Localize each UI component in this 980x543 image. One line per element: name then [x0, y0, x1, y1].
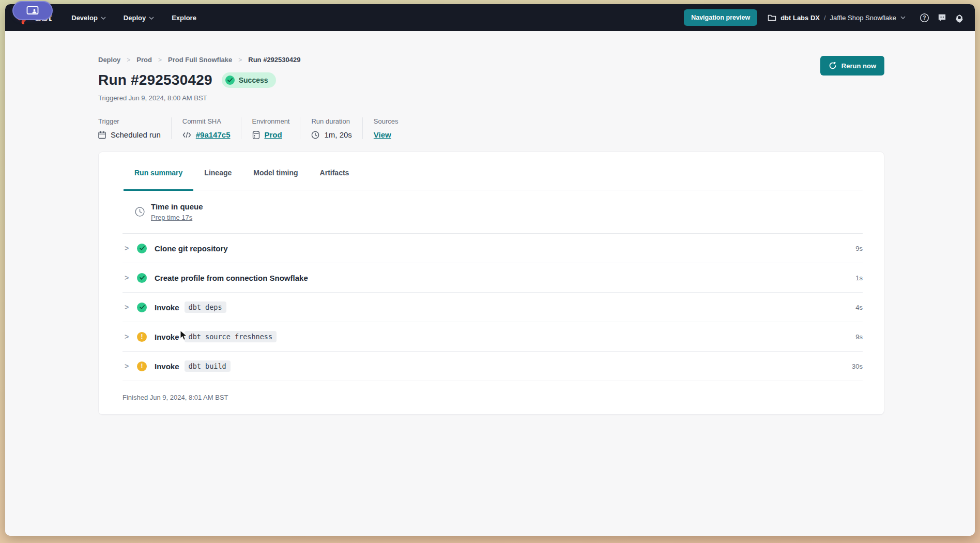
- breadcrumb-separator: >: [238, 56, 242, 64]
- run-tabs: Run summary Lineage Model timing Artifac…: [122, 152, 863, 190]
- nav-develop[interactable]: Develop: [71, 14, 106, 22]
- account-project-switcher[interactable]: dbt Labs DX / Jaffle Shop Snowflake: [768, 14, 906, 22]
- step-row-create-profile[interactable]: > Create profile from connection Snowfla…: [122, 263, 863, 293]
- step-row-clone-git[interactable]: > Clone git repository 9s: [122, 234, 863, 263]
- tab-run-summary[interactable]: Run summary: [124, 169, 193, 191]
- chevron-right-icon[interactable]: >: [125, 362, 137, 370]
- screen-share-indicator[interactable]: [12, 1, 53, 20]
- main-area: Deploy > Prod > Prod Full Snowflake > Ru…: [5, 31, 975, 536]
- meta-label: Run duration: [311, 117, 351, 125]
- rerun-now-button[interactable]: Rerun now: [820, 56, 884, 76]
- step-label: Create profile from connection Snowflake: [155, 274, 308, 282]
- step-duration: 1s: [855, 274, 863, 282]
- warning-icon: !: [137, 361, 147, 371]
- breadcrumb-deploy[interactable]: Deploy: [98, 56, 120, 64]
- account-name: dbt Labs DX: [780, 14, 820, 22]
- nav-deploy-label: Deploy: [124, 14, 146, 22]
- success-check-icon: [137, 244, 147, 253]
- meta-sources: Sources View: [374, 117, 409, 139]
- navigation-preview-button[interactable]: Navigation preview: [684, 9, 757, 26]
- run-summary-card: Run summary Lineage Model timing Artifac…: [98, 152, 884, 415]
- step-row-dbt-deps[interactable]: > Invoke dbt deps 4s: [122, 293, 863, 322]
- tab-artifacts[interactable]: Artifacts: [309, 169, 360, 191]
- page-title: Run #292530429: [98, 72, 212, 88]
- breadcrumb: Deploy > Prod > Prod Full Snowflake > Ru…: [98, 31, 884, 64]
- step-label: Invoke: [155, 303, 179, 312]
- gear-icon[interactable]: [954, 12, 964, 23]
- environment-link[interactable]: Prod: [265, 130, 282, 139]
- app-window: dbt Develop Deploy Explore Navigation pr…: [5, 4, 975, 536]
- navbar-right: Navigation preview dbt Labs DX / Jaffle …: [684, 9, 964, 26]
- triggered-timestamp: Triggered Jun 9, 2024, 8:00 AM BST: [98, 94, 884, 102]
- success-check-icon: [137, 303, 147, 312]
- chevron-down-icon: [149, 17, 154, 20]
- step-duration: 30s: [852, 363, 863, 370]
- meta-label: Trigger: [98, 117, 161, 125]
- step-command: dbt build: [185, 360, 231, 372]
- breadcrumb-job[interactable]: Prod Full Snowflake: [168, 56, 232, 64]
- code-icon: [182, 132, 191, 138]
- nav-develop-label: Develop: [71, 14, 98, 22]
- meta-run-duration: Run duration 1m, 20s: [311, 117, 362, 139]
- meta-label: Environment: [252, 117, 290, 125]
- meta-environment: Environment Prod: [252, 117, 301, 139]
- breadcrumb-separator: >: [127, 56, 130, 64]
- finished-timestamp: Finished Jun 9, 2024, 8:01 AM BST: [122, 381, 863, 401]
- step-duration: 4s: [855, 304, 863, 311]
- svg-text:?: ?: [923, 15, 926, 21]
- feedback-icon[interactable]: [937, 12, 947, 23]
- trigger-value: Scheduled run: [111, 130, 161, 139]
- calendar-icon: [98, 131, 106, 139]
- database-icon: [252, 131, 260, 139]
- time-in-queue-title: Time in queue: [151, 202, 203, 211]
- rerun-now-label: Rerun now: [841, 62, 876, 70]
- tab-model-timing[interactable]: Model timing: [242, 169, 309, 191]
- commit-sha-link[interactable]: #9a147c5: [196, 130, 231, 139]
- meta-label: Commit SHA: [182, 117, 231, 125]
- meta-trigger: Trigger Scheduled run: [98, 117, 172, 139]
- run-metadata: Trigger Scheduled run Commit SHA: [98, 117, 884, 139]
- step-command: dbt deps: [185, 301, 226, 313]
- clock-icon: [311, 131, 319, 139]
- success-check-icon: [225, 76, 235, 85]
- chevron-right-icon[interactable]: >: [125, 274, 137, 282]
- step-duration: 9s: [855, 245, 863, 252]
- project-name: Jaffle Shop Snowflake: [830, 14, 896, 22]
- status-badge: Success: [222, 72, 276, 88]
- screen-share-icon: [26, 6, 39, 16]
- breadcrumb-prod[interactable]: Prod: [136, 56, 152, 64]
- breadcrumb-run: Run #292530429: [248, 56, 300, 64]
- chevron-right-icon[interactable]: >: [125, 303, 137, 311]
- step-label: Invoke: [155, 333, 179, 341]
- prep-time-link[interactable]: Prep time 17s: [151, 214, 192, 221]
- nav-explore-label: Explore: [172, 14, 196, 22]
- refresh-icon: [829, 62, 837, 70]
- folder-icon: [768, 14, 776, 21]
- primary-nav: Develop Deploy Explore: [71, 14, 196, 22]
- success-check-icon: [137, 273, 147, 283]
- meta-commit-sha: Commit SHA #9a147c5: [182, 117, 241, 139]
- chevron-down-icon: [900, 16, 906, 19]
- navbar-icon-group: ?: [919, 12, 964, 23]
- tab-lineage[interactable]: Lineage: [193, 169, 242, 191]
- step-command: dbt source freshness: [185, 331, 277, 342]
- status-badge-label: Success: [239, 76, 268, 84]
- chevron-right-icon[interactable]: >: [125, 244, 137, 252]
- step-label: Invoke: [155, 362, 179, 371]
- top-navbar: dbt Develop Deploy Explore Navigation pr…: [5, 4, 975, 31]
- step-row-source-freshness[interactable]: > ! Invoke dbt source freshness 9s: [122, 322, 863, 352]
- run-duration-value: 1m, 20s: [324, 130, 351, 139]
- step-label: Clone git repository: [155, 244, 228, 253]
- meta-label: Sources: [374, 117, 399, 125]
- chevron-right-icon[interactable]: >: [125, 333, 137, 341]
- context-separator: /: [824, 14, 826, 22]
- warning-icon: !: [137, 332, 147, 342]
- nav-deploy[interactable]: Deploy: [124, 14, 154, 22]
- breadcrumb-separator: >: [158, 56, 162, 64]
- clock-icon: [134, 206, 145, 217]
- sources-view-link[interactable]: View: [374, 130, 391, 139]
- step-row-dbt-build[interactable]: > ! Invoke dbt build 30s: [122, 352, 863, 381]
- help-circle-icon[interactable]: ?: [919, 12, 929, 23]
- step-duration: 9s: [855, 333, 863, 341]
- nav-explore[interactable]: Explore: [172, 14, 196, 22]
